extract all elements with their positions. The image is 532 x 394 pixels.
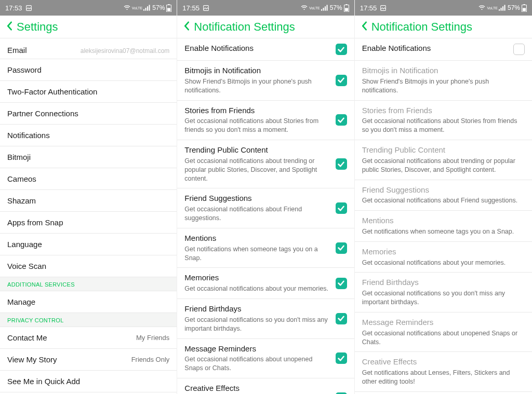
notification-row[interactable]: Friend BirthdaysGet occasional notificat…: [355, 273, 532, 313]
notification-row[interactable]: Stories from FriendsGet occasional notif…: [177, 101, 354, 141]
notification-description: Show Friend's Bitmojis in your phone's p…: [362, 77, 520, 95]
settings-list[interactable]: Email aleksijesirovina07@notmail.com Pas…: [0, 38, 177, 394]
notification-row[interactable]: MemoriesGet occasional notifications abo…: [355, 242, 532, 273]
notification-row[interactable]: MentionsGet notifications when someone t…: [177, 228, 354, 268]
notification-title: Memories: [362, 247, 520, 257]
notification-title: Bitmojis in Notification: [362, 66, 520, 76]
battery-icon: [166, 4, 171, 12]
notification-row[interactable]: Friend SuggestionsGet occasional notific…: [177, 188, 354, 228]
svg-rect-6: [167, 8, 170, 11]
row-value: Friends Only: [131, 356, 170, 363]
checkbox-unchecked-icon[interactable]: [513, 44, 525, 55]
notification-description: Get occasional notifications so you don'…: [362, 289, 520, 307]
notification-row[interactable]: Bitmojis in NotificationShow Friend's Bi…: [177, 61, 354, 101]
back-button[interactable]: [6, 21, 12, 33]
row-label: View My Story: [7, 355, 57, 364]
row-label: Shazam: [7, 196, 36, 205]
section-additional-services: ADDITIONAL SERVICES: [0, 277, 177, 291]
notification-row[interactable]: Message RemindersGet occasional notifica…: [355, 313, 532, 352]
notification-row[interactable]: Trending Public ContentGet occasional no…: [177, 140, 354, 188]
row-label: See Me in Quick Add: [7, 377, 80, 386]
page-title: Notification Settings: [194, 20, 295, 34]
checkbox-checked-icon[interactable]: [336, 158, 347, 170]
notification-description: Get occasional notifications about Frien…: [184, 205, 330, 223]
notification-title: Trending Public Content: [362, 145, 520, 155]
notification-row[interactable]: Enable Notifications: [355, 38, 532, 61]
row-label: Apps from Snap: [7, 218, 63, 227]
checkbox-checked-icon[interactable]: [336, 242, 347, 254]
notification-title: Friend Suggestions: [184, 194, 330, 203]
notification-row[interactable]: Creative EffectsGet notifications about …: [355, 352, 532, 392]
settings-row[interactable]: Cameos: [0, 168, 177, 190]
settings-row[interactable]: Partner Connections: [0, 103, 177, 125]
picture-icon: [203, 5, 209, 11]
notification-list[interactable]: Enable NotificationsBitmojis in Notifica…: [355, 38, 532, 394]
back-button[interactable]: [183, 21, 190, 33]
settings-row[interactable]: Bitmoji: [0, 146, 177, 168]
notification-row[interactable]: Creative EffectsGet notifications about …: [177, 378, 354, 394]
status-bar: 17:53 VoLTE 57%: [0, 0, 177, 16]
header: Settings: [0, 16, 177, 38]
battery-icon: [344, 4, 349, 12]
row-label: Partner Connections: [7, 109, 78, 118]
settings-row[interactable]: Voice Scan: [0, 255, 177, 277]
settings-row[interactable]: Two-Factor Authentication: [0, 81, 177, 103]
settings-row[interactable]: Shazam: [0, 190, 177, 212]
settings-row-email[interactable]: Email aleksijesirovina07@notmail.com: [0, 38, 177, 59]
notification-row[interactable]: Stories from FriendsGet occasional notif…: [355, 101, 532, 141]
checkbox-checked-icon[interactable]: [336, 278, 347, 289]
section-privacy-control: PRIVACY CONTROL: [0, 313, 177, 327]
volte-icon: VoLTE: [132, 6, 143, 10]
settings-row[interactable]: View My StoryFriends Only: [0, 349, 177, 371]
checkbox-checked-icon[interactable]: [336, 75, 347, 86]
notification-row[interactable]: Bitmojis in NotificationShow Friend's Bi…: [355, 61, 532, 101]
row-label: Cameos: [7, 174, 36, 183]
settings-row[interactable]: Language: [0, 234, 177, 255]
notification-title: Message Reminders: [362, 318, 520, 328]
settings-row[interactable]: See Me in Quick Add: [0, 371, 177, 392]
svg-rect-1: [143, 9, 144, 11]
notification-description: Get notifications when someone tags you …: [184, 245, 330, 263]
checkbox-checked-icon[interactable]: [336, 44, 347, 55]
svg-rect-9: [321, 9, 322, 11]
notification-title: Friend Suggestions: [362, 185, 520, 195]
notification-row[interactable]: MentionsGet notifications when someone t…: [355, 211, 532, 242]
notification-list[interactable]: Enable NotificationsBitmojis in Notifica…: [177, 38, 354, 394]
notification-row[interactable]: Message RemindersGet occasional notifica…: [177, 339, 354, 379]
settings-row[interactable]: Notifications: [0, 125, 177, 146]
page-title: Notification Settings: [371, 20, 472, 34]
notification-title: Creative Effects: [184, 384, 330, 393]
status-time: 17:55: [182, 4, 200, 12]
row-value: aleksijesirovina07@notmail.com: [81, 47, 170, 55]
settings-row[interactable]: Apps from Snap: [0, 212, 177, 234]
notification-row[interactable]: Friend BirthdaysGet occasional notificat…: [177, 299, 354, 339]
back-button[interactable]: [361, 21, 367, 33]
settings-row[interactable]: Password: [0, 59, 177, 81]
row-label: Contact Me: [7, 333, 47, 342]
status-time: 17:53: [5, 4, 22, 12]
settings-row-manage[interactable]: Manage: [0, 291, 177, 313]
screen-notifications-off: 17:55 VoLTE 57% Notification Settings En…: [355, 0, 532, 394]
row-label: Manage: [7, 297, 35, 306]
signal-icon: [143, 5, 151, 11]
notification-description: Get occasional notifications about your …: [362, 259, 520, 267]
notification-row[interactable]: MemoriesGet occasional notifications abo…: [177, 268, 354, 299]
battery-text: 57%: [330, 4, 342, 11]
header: Notification Settings: [355, 16, 532, 38]
signal-icon: [321, 5, 328, 11]
svg-rect-2: [145, 8, 147, 11]
notification-row[interactable]: Trending Public ContentGet occasional no…: [355, 140, 532, 180]
checkbox-checked-icon[interactable]: [336, 114, 347, 126]
settings-row[interactable]: Contact MeMy Friends: [0, 327, 177, 349]
checkbox-checked-icon[interactable]: [336, 313, 347, 324]
notification-row[interactable]: Enable Notifications: [177, 38, 354, 61]
status-bar: 17:55 VoLTE 57%: [355, 0, 532, 16]
notification-row[interactable]: Friend SuggestionsGet occasional notific…: [355, 180, 532, 211]
checkbox-checked-icon[interactable]: [336, 352, 347, 364]
svg-rect-11: [325, 6, 326, 10]
notification-title: Stories from Friends: [184, 106, 330, 116]
row-label: Language: [7, 240, 42, 249]
notification-title: Message Reminders: [184, 344, 330, 354]
notification-description: Get occasional notifications about Frien…: [362, 196, 520, 205]
checkbox-checked-icon[interactable]: [336, 202, 347, 214]
